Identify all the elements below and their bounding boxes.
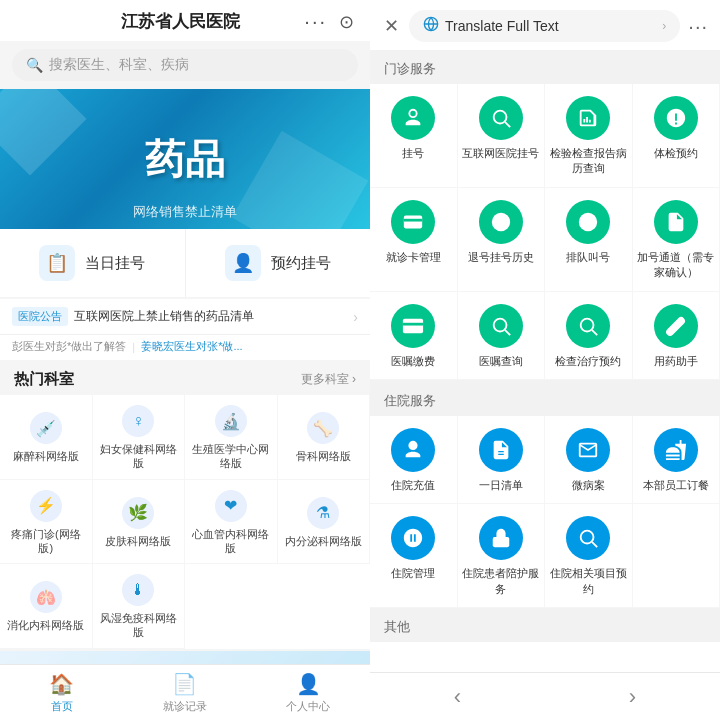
register-label-1: 当日挂号 bbox=[85, 254, 145, 273]
service-internet-register[interactable]: 互联网医院挂号 bbox=[458, 84, 546, 188]
inpatient-icon-manage bbox=[391, 516, 435, 560]
service-physical[interactable]: 体检预约 bbox=[633, 84, 721, 188]
service-name-report: 检验检查报告病历查询 bbox=[549, 146, 628, 177]
close-button[interactable]: ✕ bbox=[382, 13, 401, 39]
home-icon: 🏠 bbox=[49, 672, 74, 696]
nav-home[interactable]: 🏠 首页 bbox=[0, 665, 123, 720]
nav-records-label: 就诊记录 bbox=[163, 699, 207, 714]
svg-rect-6 bbox=[403, 318, 423, 333]
dept-item-3[interactable]: 🦴 骨科网络版 bbox=[278, 395, 371, 480]
inpatient-recharge[interactable]: 住院充值 bbox=[370, 416, 458, 504]
more-icon[interactable]: ··· bbox=[304, 10, 327, 33]
dept-icon-2: 🔬 bbox=[215, 405, 247, 437]
inpatient-name-daily: 一日清单 bbox=[479, 478, 523, 493]
inpatient-name-meal: 本部员工订餐 bbox=[643, 478, 709, 493]
dept-item-1[interactable]: ♀ 妇女保健科网络版 bbox=[93, 395, 186, 480]
service-cancel[interactable]: 退号挂号历史 bbox=[458, 188, 546, 292]
service-report[interactable]: 检验检查报告病历查询 bbox=[545, 84, 633, 188]
service-icon-cancel bbox=[479, 200, 523, 244]
notice-bar[interactable]: 医院公告 互联网医院上禁止销售的药品清单 › bbox=[0, 299, 370, 335]
service-card[interactable]: 就诊卡管理 bbox=[370, 188, 458, 292]
dept-item-9[interactable]: 🌡 风湿免疫科网络版 bbox=[93, 564, 186, 649]
search-icon: 🔍 bbox=[26, 57, 43, 73]
forward-button[interactable]: › bbox=[599, 684, 666, 710]
header-icons: ··· ⊙ bbox=[304, 10, 354, 33]
doctor-text-right[interactable]: 姜晓宏医生对张*做... bbox=[141, 339, 242, 354]
records-icon: 📄 bbox=[172, 672, 197, 696]
location-icon[interactable]: ⊙ bbox=[339, 11, 354, 33]
service-queue[interactable]: 排队叫号 bbox=[545, 188, 633, 292]
service-order-query[interactable]: 医嘱查询 bbox=[458, 292, 546, 380]
inpatient-micro-record[interactable]: 微病案 bbox=[545, 416, 633, 504]
notice-arrow: › bbox=[353, 309, 358, 325]
outpatient-section-label: 门诊服务 bbox=[370, 50, 720, 84]
register-icon-1: 📋 bbox=[39, 245, 75, 281]
hot-depts-header: 热门科室 更多科室 › bbox=[0, 360, 370, 395]
dept-icon-6: ❤ bbox=[215, 490, 247, 522]
profile-icon: 👤 bbox=[296, 672, 321, 696]
more-depts-link[interactable]: 更多科室 › bbox=[301, 371, 356, 388]
inpatient-section-label: 住院服务 bbox=[370, 382, 720, 416]
same-day-register[interactable]: 📋 当日挂号 bbox=[0, 229, 186, 297]
service-name-medicine: 用药助手 bbox=[654, 354, 698, 369]
nav-records[interactable]: 📄 就诊记录 bbox=[123, 665, 246, 720]
search-placeholder: 搜索医生、科室、疾病 bbox=[49, 56, 189, 74]
translate-icon bbox=[423, 16, 439, 36]
inpatient-name-record: 微病案 bbox=[572, 478, 605, 493]
service-icon-physical bbox=[654, 96, 698, 140]
svg-line-1 bbox=[505, 122, 510, 127]
banner-title: 药品 bbox=[145, 132, 225, 187]
service-add-number[interactable]: 加号通道（需专家确认） bbox=[633, 188, 721, 292]
dept-item-4[interactable]: ⚡ 疼痛门诊(网络版) bbox=[0, 480, 93, 565]
register-icon-2: 👤 bbox=[225, 245, 261, 281]
service-guahao[interactable]: 挂号 bbox=[370, 84, 458, 188]
service-exam-appt[interactable]: 检查治疗预约 bbox=[545, 292, 633, 380]
inpatient-daily-list[interactable]: 一日清单 bbox=[458, 416, 546, 504]
dept-icon-0: 💉 bbox=[30, 412, 62, 444]
dept-item-6[interactable]: ❤ 心血管内科网络版 bbox=[185, 480, 278, 565]
notice-text: 互联网医院上禁止销售的药品清单 bbox=[74, 308, 347, 325]
nav-profile[interactable]: 👤 个人中心 bbox=[247, 665, 370, 720]
service-icon-internet bbox=[479, 96, 523, 140]
inpatient-icon-recharge bbox=[391, 428, 435, 472]
banner-subtitle: 网络销售禁止清单 bbox=[133, 203, 237, 221]
app-title: 江苏省人民医院 bbox=[56, 10, 304, 33]
dept-name-9: 风湿免疫科网络版 bbox=[97, 611, 181, 640]
dept-icon-3: 🦴 bbox=[307, 412, 339, 444]
dept-item-0[interactable]: 💉 麻醉科网络版 bbox=[0, 395, 93, 480]
dept-item-7[interactable]: ⚗ 内分泌科网络版 bbox=[278, 480, 371, 565]
dept-icon-4: ⚡ bbox=[30, 490, 62, 522]
register-label-2: 预约挂号 bbox=[271, 254, 331, 273]
service-name-order-query: 医嘱查询 bbox=[479, 354, 523, 369]
left-bottom-nav: 🏠 首页 📄 就诊记录 👤 个人中心 bbox=[0, 664, 370, 720]
svg-point-13 bbox=[581, 531, 594, 544]
service-name-add-number: 加号通道（需专家确认） bbox=[637, 250, 716, 281]
inpatient-project-appt[interactable]: 住院相关项目预约 bbox=[545, 504, 633, 608]
service-medicine[interactable]: 用药助手 bbox=[633, 292, 721, 380]
register-row: 📋 当日挂号 👤 预约挂号 bbox=[0, 229, 370, 297]
svg-point-10 bbox=[581, 318, 594, 331]
service-pay[interactable]: 医嘱缴费 bbox=[370, 292, 458, 380]
svg-line-11 bbox=[592, 330, 597, 335]
translate-button[interactable]: Translate Full Text › bbox=[409, 10, 680, 42]
dept-name-7: 内分泌科网络版 bbox=[285, 534, 362, 548]
appointment-register[interactable]: 👤 预约挂号 bbox=[186, 229, 371, 297]
inpatient-name-project: 住院相关项目预约 bbox=[549, 566, 628, 597]
service-name-cancel: 退号挂号历史 bbox=[468, 250, 534, 265]
service-icon-exam-appt bbox=[566, 304, 610, 348]
left-panel: 江苏省人民医院 ··· ⊙ 🔍 搜索医生、科室、疾病 药品 网络销售禁止清单 📋… bbox=[0, 0, 370, 720]
inpatient-manage[interactable]: 住院管理 bbox=[370, 504, 458, 608]
search-bar[interactable]: 🔍 搜索医生、科室、疾病 bbox=[12, 49, 358, 81]
dept-item-2[interactable]: 🔬 生殖医学中心网络版 bbox=[185, 395, 278, 480]
other-section-label: 其他 bbox=[370, 608, 720, 642]
service-icon-pay bbox=[391, 304, 435, 348]
dept-item-8[interactable]: 🫁 消化内科网络版 bbox=[0, 564, 93, 649]
inpatient-meal[interactable]: 本部员工订餐 bbox=[633, 416, 721, 504]
service-icon-card bbox=[391, 200, 435, 244]
right-panel: ✕ Translate Full Text › ··· 门诊服务 bbox=[370, 0, 720, 720]
inpatient-nursing[interactable]: 住院患者陪护服务 bbox=[458, 504, 546, 608]
dept-item-5[interactable]: 🌿 皮肤科网络版 bbox=[93, 480, 186, 565]
more-options-button[interactable]: ··· bbox=[688, 15, 708, 38]
svg-line-9 bbox=[505, 330, 510, 335]
back-button[interactable]: ‹ bbox=[424, 684, 491, 710]
